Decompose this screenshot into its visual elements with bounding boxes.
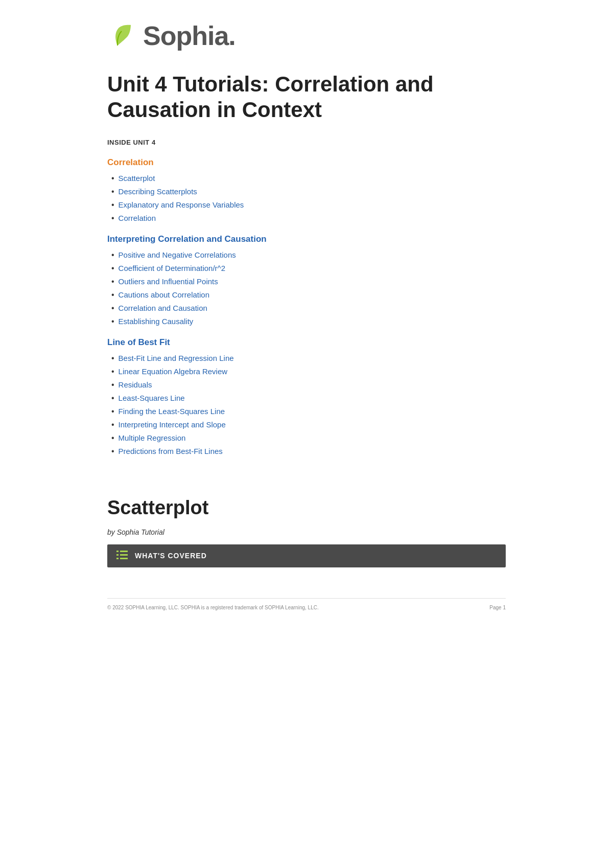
list-item[interactable]: Establishing Causality bbox=[111, 317, 506, 326]
toc-heading-interpreting: Interpreting Correlation and Causation bbox=[107, 234, 506, 244]
list-item[interactable]: Positive and Negative Correlations bbox=[111, 250, 506, 260]
list-item[interactable]: Outliers and Influential Points bbox=[111, 277, 506, 286]
toc-link-least-squares[interactable]: Least-Squares Line bbox=[119, 394, 185, 402]
toc-list-correlation: Scatterplot Describing Scatterplots Expl… bbox=[111, 174, 506, 223]
toc-link-scatterplot[interactable]: Scatterplot bbox=[119, 174, 155, 182]
toc-link-interpreting-intercept-slope[interactable]: Interpreting Intercept and Slope bbox=[119, 420, 226, 429]
toc-link-residuals[interactable]: Residuals bbox=[119, 380, 152, 389]
toc-link-pos-neg-correlations[interactable]: Positive and Negative Correlations bbox=[119, 250, 236, 259]
svg-rect-6 bbox=[120, 558, 128, 559]
toc-link-linear-equation[interactable]: Linear Equation Algebra Review bbox=[119, 367, 227, 376]
svg-rect-5 bbox=[116, 558, 119, 559]
toc-link-establishing-causality[interactable]: Establishing Causality bbox=[119, 317, 194, 326]
scatterplot-title: Scatterplot bbox=[107, 497, 506, 519]
toc-link-best-fit-regression[interactable]: Best-Fit Line and Regression Line bbox=[119, 354, 234, 362]
toc-link-describing-scatterplots[interactable]: Describing Scatterplots bbox=[119, 187, 197, 196]
list-item[interactable]: Correlation and Causation bbox=[111, 304, 506, 313]
byline: by Sophia Tutorial bbox=[107, 528, 506, 536]
logo-container: Sophia. bbox=[107, 20, 235, 51]
whats-covered-bar: WHAT'S COVERED bbox=[107, 544, 506, 567]
list-item[interactable]: Multiple Regression bbox=[111, 433, 506, 443]
list-icon bbox=[116, 551, 128, 561]
inside-unit-label: INSIDE UNIT 4 bbox=[107, 139, 506, 146]
toc-heading-line-best-fit: Line of Best Fit bbox=[107, 337, 506, 348]
toc-link-outliers[interactable]: Outliers and Influential Points bbox=[119, 277, 218, 286]
footer-page: Page 1 bbox=[489, 605, 506, 610]
toc-link-correlation[interactable]: Correlation bbox=[119, 214, 156, 222]
toc-link-correlation-causation[interactable]: Correlation and Causation bbox=[119, 304, 207, 312]
list-item[interactable]: Correlation bbox=[111, 214, 506, 223]
list-item[interactable]: Predictions from Best-Fit Lines bbox=[111, 447, 506, 456]
list-item[interactable]: Describing Scatterplots bbox=[111, 187, 506, 196]
toc-link-finding-least-squares[interactable]: Finding the Least-Squares Line bbox=[119, 407, 225, 416]
toc-section-interpreting: Interpreting Correlation and Causation P… bbox=[107, 234, 506, 326]
list-item[interactable]: Least-Squares Line bbox=[111, 394, 506, 403]
list-item[interactable]: Finding the Least-Squares Line bbox=[111, 407, 506, 416]
toc-section-correlation: Correlation Scatterplot Describing Scatt… bbox=[107, 157, 506, 223]
toc-link-cautions-correlation[interactable]: Cautions about Correlation bbox=[119, 290, 209, 299]
svg-rect-3 bbox=[116, 554, 119, 556]
sophia-logo-icon bbox=[107, 21, 137, 51]
page-title: Unit 4 Tutorials: Correlation and Causat… bbox=[107, 72, 506, 123]
logo-text: Sophia. bbox=[143, 20, 235, 51]
toc-heading-correlation: Correlation bbox=[107, 157, 506, 168]
list-item[interactable]: Coefficient of Determination/r^2 bbox=[111, 264, 506, 273]
list-item[interactable]: Residuals bbox=[111, 380, 506, 390]
list-item[interactable]: Interpreting Intercept and Slope bbox=[111, 420, 506, 429]
toc-link-predictions-best-fit[interactable]: Predictions from Best-Fit Lines bbox=[119, 447, 223, 455]
whats-covered-label: WHAT'S COVERED bbox=[135, 552, 207, 560]
toc-link-multiple-regression[interactable]: Multiple Regression bbox=[119, 433, 186, 442]
toc-list-interpreting: Positive and Negative Correlations Coeff… bbox=[111, 250, 506, 326]
toc-link-explanatory-response[interactable]: Explanatory and Response Variables bbox=[119, 200, 244, 209]
toc-list-line-best-fit: Best-Fit Line and Regression Line Linear… bbox=[111, 354, 506, 456]
list-item[interactable]: Cautions about Correlation bbox=[111, 290, 506, 300]
toc-section-line-best-fit: Line of Best Fit Best-Fit Line and Regre… bbox=[107, 337, 506, 456]
list-item[interactable]: Best-Fit Line and Regression Line bbox=[111, 354, 506, 363]
list-item[interactable]: Linear Equation Algebra Review bbox=[111, 367, 506, 376]
toc-link-coeff-determination[interactable]: Coefficient of Determination/r^2 bbox=[119, 264, 225, 272]
footer-copyright: © 2022 SOPHIA Learning, LLC. SOPHIA is a… bbox=[107, 605, 319, 610]
list-item[interactable]: Explanatory and Response Variables bbox=[111, 200, 506, 210]
svg-rect-4 bbox=[120, 554, 128, 556]
header: Sophia. bbox=[107, 20, 506, 56]
list-item[interactable]: Scatterplot bbox=[111, 174, 506, 183]
svg-rect-1 bbox=[116, 551, 119, 552]
footer: © 2022 SOPHIA Learning, LLC. SOPHIA is a… bbox=[107, 598, 506, 610]
svg-rect-2 bbox=[120, 551, 128, 552]
